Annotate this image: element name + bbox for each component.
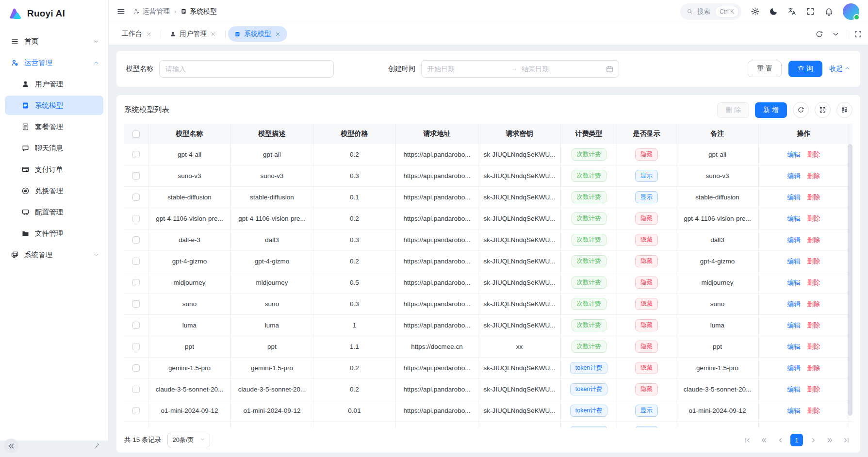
edit-link[interactable]: 编辑 [787,278,801,287]
edit-link[interactable]: 编辑 [787,300,801,309]
edit-link[interactable]: 编辑 [787,150,801,159]
language-button[interactable] [787,7,797,16]
edit-link[interactable]: 编辑 [787,214,801,223]
delete-link[interactable]: 删除 [807,193,820,202]
tab-工作台[interactable]: 工作台 [115,26,158,42]
sidebar-item-chat-messages[interactable]: 聊天消息 [5,138,103,158]
select-all-checkbox[interactable] [132,131,140,138]
edit-link[interactable]: 编辑 [787,385,801,394]
edit-link[interactable]: 编辑 [787,428,801,428]
row-checkbox[interactable] [132,172,140,180]
row-checkbox[interactable] [132,386,140,393]
date-range-input[interactable] [421,60,619,78]
tab-close-button[interactable] [210,31,216,37]
sidebar-item-system-mgmt[interactable]: 系统管理 [5,245,103,264]
row-checkbox[interactable] [132,194,140,201]
delete-link[interactable]: 删除 [807,150,820,159]
refresh-page-button[interactable] [815,30,823,38]
column-settings-button[interactable] [836,102,852,118]
sidebar-item-system-model[interactable]: 系统模型 [5,96,103,115]
page-next-group-button[interactable] [823,434,836,446]
model-name-input[interactable] [159,60,334,78]
scrollbar-thumb[interactable] [848,144,852,416]
edit-link[interactable]: 编辑 [787,172,801,180]
page-first-button[interactable] [741,434,753,446]
sidebar-item-config-mgmt[interactable]: 配置管理 [5,202,103,222]
start-date-input[interactable] [427,65,508,73]
content-fullscreen-button[interactable] [847,30,862,38]
delete-link[interactable]: 删除 [807,364,820,373]
delete-link[interactable]: 删除 [807,257,820,266]
tab-close-button[interactable] [275,31,281,37]
delete-link[interactable]: 删除 [807,321,820,330]
request-key-cell: sk-JIUQLNndqSeKWU... [478,144,561,165]
sidebar-item-package-mgmt[interactable]: 套餐管理 [5,117,103,136]
row-checkbox[interactable] [132,322,140,329]
delete-link[interactable]: 删除 [807,343,820,351]
add-button[interactable]: 新 增 [755,102,787,118]
delete-link[interactable]: 删除 [807,300,820,309]
delete-link[interactable]: 删除 [807,236,820,245]
row-checkbox[interactable] [132,236,140,244]
sidebar-item-file-mgmt[interactable]: 文件管理 [5,224,103,243]
table-fullscreen-button[interactable] [815,102,831,118]
tab-用户管理[interactable]: 用户管理 [164,26,223,42]
collapse-filter-link[interactable]: 收起 [829,65,851,73]
batch-delete-button[interactable]: 删 除 [717,102,749,118]
sidebar-toggle-button[interactable] [116,7,126,16]
page-prev-group-button[interactable] [757,434,770,446]
settings-button[interactable] [751,7,760,16]
edit-link[interactable]: 编辑 [787,321,801,330]
page-size-select[interactable]: 20条/页 [167,433,210,447]
pin-sidebar-button[interactable] [92,441,100,450]
global-search[interactable]: 搜索 Ctrl K [680,3,741,20]
sidebar-collapse-button[interactable] [4,439,18,453]
page-prev-icon [777,437,784,444]
edit-link[interactable]: 编辑 [787,236,801,245]
page-next-button[interactable] [807,434,819,446]
sidebar-item-operations[interactable]: 运营管理 [5,53,103,72]
reset-button[interactable]: 重 置 [748,61,782,77]
breadcrumb-item-operations[interactable]: 运营管理 [133,7,170,16]
tabs-dropdown-button[interactable] [832,30,840,38]
fullscreen-button[interactable] [806,7,815,16]
page-number-current[interactable]: 1 [790,434,803,446]
edit-link[interactable]: 编辑 [787,407,801,415]
brand-logo[interactable]: Ruoyi AI [0,0,108,28]
tab-系统模型[interactable]: 系统模型 [228,26,287,42]
calendar-icon[interactable] [606,65,614,73]
delete-link[interactable]: 删除 [807,278,820,287]
query-button[interactable]: 查 询 [788,61,822,77]
notifications-button[interactable] [824,7,834,16]
row-checkbox[interactable] [132,343,140,350]
tab-close-button[interactable] [146,31,152,37]
refresh-table-button[interactable] [793,102,809,118]
row-checkbox[interactable] [132,364,140,372]
avatar[interactable] [843,3,859,20]
end-date-input[interactable] [522,65,602,73]
edit-link[interactable]: 编辑 [787,257,801,266]
edit-link[interactable]: 编辑 [787,193,801,202]
sidebar-item-payment-orders[interactable]: 支付订单 [5,160,103,179]
sidebar-item-redeem-mgmt[interactable]: 兑换管理 [5,181,103,200]
sidebar-item-home[interactable]: 首页 [5,32,103,51]
delete-link[interactable]: 删除 [807,385,820,394]
row-checkbox[interactable] [132,300,140,308]
delete-link[interactable]: 删除 [807,214,820,223]
delete-link[interactable]: 删除 [807,428,820,428]
collapse-label: 收起 [829,65,843,73]
row-checkbox[interactable] [132,407,140,414]
edit-link[interactable]: 编辑 [787,343,801,351]
row-checkbox[interactable] [132,151,140,158]
row-checkbox[interactable] [132,258,140,265]
delete-link[interactable]: 删除 [807,407,820,415]
dark-mode-button[interactable] [769,7,778,16]
row-checkbox[interactable] [132,279,140,286]
page-prev-button[interactable] [774,434,786,446]
row-checkbox[interactable] [132,215,140,222]
page-last-button[interactable] [840,434,852,446]
sidebar-item-user-mgmt[interactable]: 用户管理 [5,74,103,94]
edit-link[interactable]: 编辑 [787,364,801,373]
billing-type-badge: 次数计费 [572,277,606,289]
delete-link[interactable]: 删除 [807,172,820,180]
